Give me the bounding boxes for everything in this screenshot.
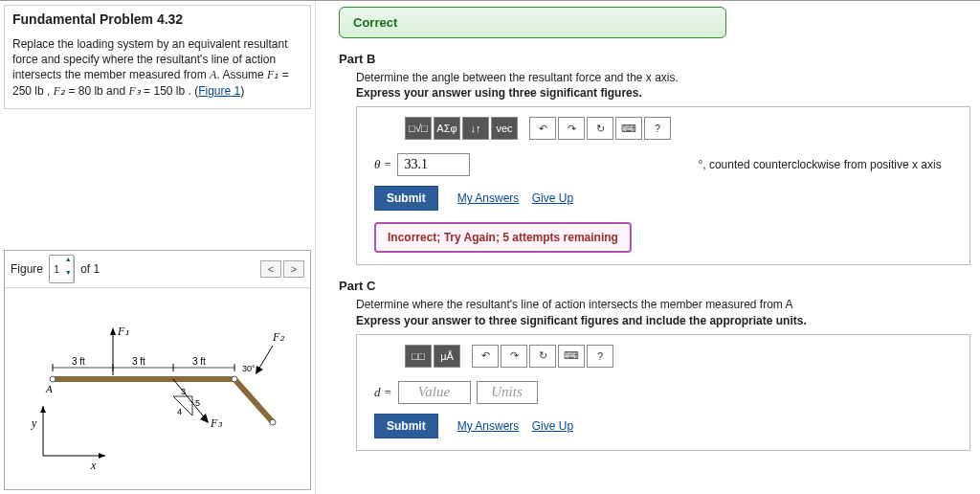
svg-marker-4	[40, 406, 46, 413]
reset-button[interactable]: ↻	[529, 345, 556, 368]
diagram-svg: x y A	[14, 293, 301, 484]
part-c-submit-row: Submit My Answers Give Up	[374, 414, 960, 438]
part-c-answer-row: d = Value Units	[374, 381, 960, 404]
part-c-value-input[interactable]: Value	[398, 381, 471, 404]
figure-stepper[interactable]: 1 ▲ ▼	[49, 255, 75, 283]
figure-link[interactable]: Figure 1	[198, 84, 240, 98]
svg-text:F₃: F₃	[210, 416, 223, 430]
svg-line-7	[234, 379, 273, 422]
updown-button[interactable]: ↓↑	[462, 117, 489, 140]
problem-panel: Fundamental Problem 4.32 Replace the loa…	[4, 5, 311, 109]
svg-point-9	[232, 376, 237, 382]
part-b-answer-input[interactable]	[397, 153, 470, 176]
part-b-answer-row: θ = °, counted counterclockwise from pos…	[374, 153, 960, 176]
part-b-submit-row: Submit My Answers Give Up	[374, 186, 960, 211]
problem-statement: Replace the loading system by an equival…	[12, 36, 302, 99]
keyboard-button[interactable]: ⌨	[615, 117, 642, 140]
vec-button[interactable]: vec	[491, 117, 518, 140]
svg-marker-30	[200, 414, 209, 423]
svg-point-8	[50, 376, 56, 382]
part-c-give-up-link[interactable]: Give Up	[532, 419, 573, 433]
part-a-correct-banner: Correct	[339, 7, 726, 38]
part-b-prompt: Determine the angle between the resultan…	[356, 70, 970, 101]
correct-label: Correct	[353, 15, 397, 30]
redo-button[interactable]: ↷	[558, 117, 585, 140]
figure-step-down[interactable]: ▼	[63, 269, 73, 282]
figure-header: Figure 1 ▲ ▼ of 1 < >	[5, 251, 310, 288]
svg-text:A: A	[45, 383, 53, 394]
svg-marker-1	[99, 453, 105, 459]
part-c-units-input[interactable]: Units	[477, 381, 538, 404]
right-column: Correct Part B Determine the angle betwe…	[316, 1, 980, 494]
part-c-my-answers-link[interactable]: My Answers	[457, 419, 520, 433]
problem-title: Fundamental Problem 4.32	[12, 11, 302, 27]
part-c-submit-button[interactable]: Submit	[374, 414, 438, 438]
left-column: Fundamental Problem 4.32 Replace the loa…	[0, 1, 316, 494]
undo-button[interactable]: ↶	[529, 117, 556, 140]
part-c-toolbar: □□ µÅ ↶ ↷ ↻ ⌨ ?	[405, 345, 613, 368]
part-b-answer-panel: □√□ ΑΣφ ↓↑ vec ↶ ↷ ↻ ⌨ ? θ = °, counted …	[356, 106, 970, 265]
theta-symbol: θ =	[374, 157, 391, 172]
svg-text:x: x	[90, 459, 97, 472]
svg-text:F₂: F₂	[272, 330, 285, 344]
part-c-prompt: Determine where the resultant's line of …	[356, 297, 970, 327]
svg-text:3: 3	[181, 387, 186, 396]
svg-text:30°: 30°	[242, 364, 256, 373]
undo-button[interactable]: ↶	[472, 345, 499, 368]
grid-icon[interactable]: □□	[405, 345, 432, 368]
d-symbol: d =	[374, 385, 392, 400]
page-root: Fundamental Problem 4.32 Replace the loa…	[0, 0, 980, 494]
svg-text:3 ft: 3 ft	[192, 356, 206, 367]
figure-next-button[interactable]: >	[283, 260, 304, 278]
help-button[interactable]: ?	[587, 345, 613, 368]
part-b-my-answers-link[interactable]: My Answers	[457, 191, 520, 205]
svg-text:4: 4	[177, 407, 182, 416]
svg-text:F₁: F₁	[117, 325, 129, 338]
part-b-units-text: °, counted counterclockwise from positiv…	[698, 158, 941, 171]
figure-image: x y A	[5, 288, 310, 489]
figure-panel: Figure 1 ▲ ▼ of 1 < >	[4, 250, 311, 490]
keyboard-button[interactable]: ⌨	[558, 345, 585, 368]
figure-prev-button[interactable]: <	[260, 260, 281, 278]
figure-step-up[interactable]: ▲	[63, 256, 73, 269]
figure-of: of 1	[80, 262, 100, 276]
svg-point-10	[270, 419, 276, 425]
svg-text:5: 5	[195, 398, 200, 408]
svg-text:3 ft: 3 ft	[132, 356, 145, 367]
redo-button[interactable]: ↷	[501, 345, 527, 368]
part-b-toolbar: □√□ ΑΣφ ↓↑ vec ↶ ↷ ↻ ⌨ ?	[405, 117, 671, 140]
part-c-label: Part C	[339, 279, 970, 293]
svg-text:3 ft: 3 ft	[72, 356, 85, 367]
part-b-submit-button[interactable]: Submit	[374, 186, 438, 211]
svg-text:y: y	[31, 416, 37, 430]
reset-button[interactable]: ↻	[587, 117, 613, 140]
svg-marker-23	[110, 327, 116, 335]
part-b-give-up-link[interactable]: Give Up	[532, 191, 573, 205]
help-button[interactable]: ?	[644, 117, 671, 140]
part-b-label: Part B	[339, 52, 970, 66]
part-b-feedback: Incorrect; Try Again; 5 attempts remaini…	[374, 222, 632, 253]
part-c-answer-panel: □□ µÅ ↶ ↷ ↻ ⌨ ? d = Value Units Submit M…	[356, 334, 970, 451]
figure-label: Figure	[11, 262, 43, 276]
mu-a-button[interactable]: µÅ	[434, 345, 460, 368]
greek-sigma-button[interactable]: ΑΣφ	[434, 117, 460, 140]
svg-line-25	[258, 346, 273, 370]
template-icon[interactable]: □√□	[405, 117, 432, 140]
svg-marker-26	[256, 366, 263, 374]
